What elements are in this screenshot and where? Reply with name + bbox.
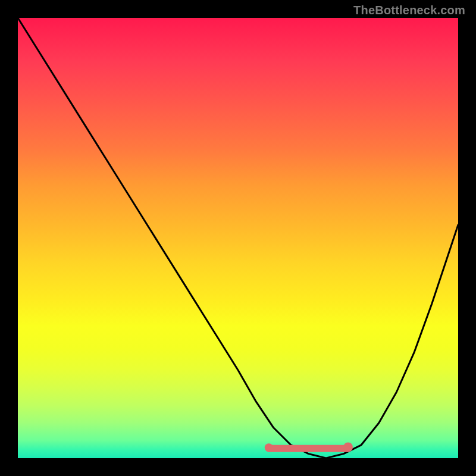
chart-frame: TheBottleneck.com: [0, 0, 476, 476]
curve-svg: [18, 18, 458, 458]
watermark-text: TheBottleneck.com: [353, 4, 465, 17]
bottleneck-curve: [18, 18, 458, 458]
plot-area: [18, 18, 458, 458]
right-dot: [343, 443, 353, 452]
left-dot: [265, 443, 273, 452]
